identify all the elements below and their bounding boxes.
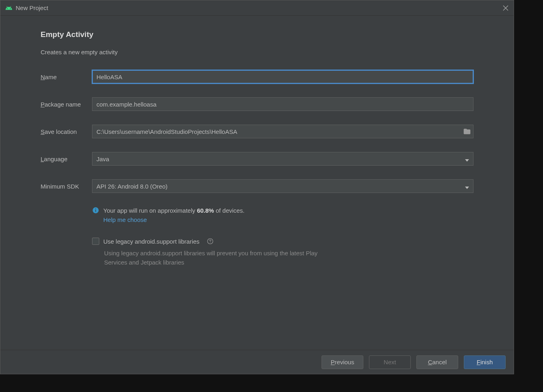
info-icon	[92, 207, 99, 214]
chevron-down-icon	[465, 184, 469, 188]
new-project-dialog: New Project Empty Activity Creates a new…	[0, 0, 514, 374]
next-button: Next	[369, 355, 411, 369]
svg-rect-2	[95, 209, 96, 209]
browse-folder-icon[interactable]	[463, 128, 471, 135]
row-name: Name	[41, 70, 473, 84]
label-save-location: Save location	[41, 128, 92, 135]
name-input[interactable]	[92, 70, 473, 84]
android-icon	[5, 4, 12, 12]
legacy-block: Use legacy android.support libraries Usi…	[92, 238, 473, 267]
language-value: Java	[96, 156, 109, 162]
chevron-down-icon	[465, 157, 469, 161]
titlebar: New Project	[0, 0, 514, 16]
window-title: New Project	[16, 4, 502, 11]
help-me-choose-link[interactable]: Help me choose	[103, 216, 147, 223]
close-icon[interactable]	[502, 5, 509, 11]
finish-button[interactable]: Finish	[464, 355, 506, 369]
page-heading: Empty Activity	[41, 30, 473, 39]
help-icon[interactable]	[207, 238, 214, 245]
svg-rect-1	[95, 210, 96, 212]
label-min-sdk: Minimum SDK	[41, 183, 92, 190]
label-name: Name	[41, 74, 92, 80]
dialog-content: Empty Activity Creates a new empty activ…	[0, 16, 514, 350]
min-sdk-select[interactable]: API 26: Android 8.0 (Oreo)	[92, 179, 473, 193]
page-subheading: Creates a new empty activity	[41, 49, 473, 55]
row-language: Language Java	[41, 152, 473, 166]
min-sdk-value: API 26: Android 8.0 (Oreo)	[96, 183, 168, 190]
row-min-sdk: Minimum SDK API 26: Android 8.0 (Oreo)	[41, 179, 473, 193]
legacy-support-description: Using legacy android.support libraries w…	[104, 249, 321, 267]
package-name-input[interactable]	[92, 97, 473, 111]
label-package: Package name	[41, 101, 92, 108]
legacy-support-checkbox[interactable]	[92, 238, 99, 245]
row-package: Package name	[41, 97, 473, 111]
svg-point-4	[210, 242, 211, 243]
row-save-location: Save location	[41, 125, 473, 138]
device-coverage-info: Your app will run on approximately 60.8%…	[92, 207, 473, 223]
cancel-button[interactable]: Cancel	[416, 355, 458, 369]
legacy-support-label: Use legacy android.support libraries	[103, 238, 199, 245]
label-language: Language	[41, 156, 92, 162]
dialog-footer: Previous Next Cancel Finish	[0, 350, 514, 374]
previous-button[interactable]: Previous	[322, 355, 363, 369]
language-select[interactable]: Java	[92, 152, 473, 166]
save-location-input[interactable]	[92, 125, 473, 138]
coverage-text: Your app will run on approximately 60.8%…	[103, 207, 244, 214]
